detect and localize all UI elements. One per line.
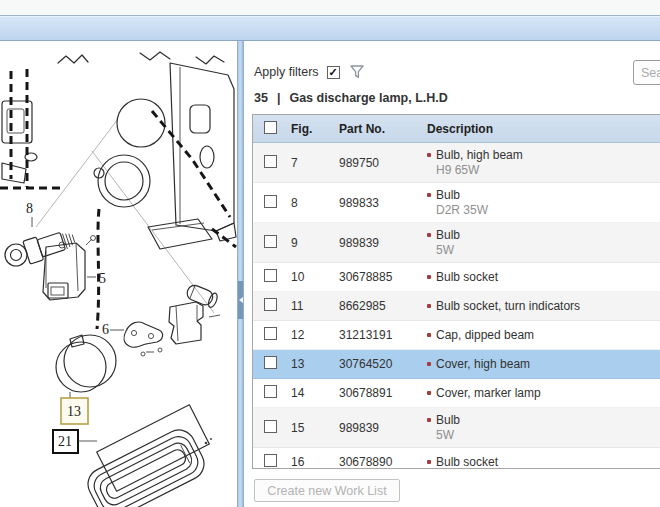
table-row[interactable]: 11 8662985 Bulb socket, turn indicators [253,292,660,321]
row-checkbox[interactable] [264,454,277,467]
fig-cell: 16 [291,455,339,469]
row-checkbox[interactable] [264,155,277,168]
header-description: Description [427,122,660,136]
bracket-6 [124,322,163,356]
part-desc: Cap, dipped beam [436,328,534,342]
row-checkbox[interactable] [264,298,277,311]
part-desc: Cover, marker lamp [436,386,541,400]
panel-splitter[interactable] [237,41,244,507]
red-bullet-icon [427,275,431,279]
red-bullet-icon [427,460,431,464]
table-row[interactable]: 16 30678890 Bulb socket [253,448,660,469]
part-desc: Bulb [436,413,460,427]
row-checkbox[interactable] [264,327,277,340]
red-bullet-icon [427,362,431,366]
table-row[interactable]: 13 30764520 Cover, high beam [253,350,660,379]
parts-table-header: Fig. Part No. Description [253,115,660,143]
film-21-tray [83,425,210,507]
bulb-8-cap [5,244,27,266]
diagram-dot [210,438,212,440]
part-no-cell: 31213191 [339,328,427,342]
apply-filters-checkbox[interactable] [327,66,340,79]
fig-cell: 12 [291,328,339,342]
housing-edge [196,56,224,64]
part-no-cell: 30678885 [339,270,427,284]
callout-5[interactable]: 5 [99,271,106,286]
red-bullet-icon [427,333,431,337]
table-row[interactable]: 14 30678891 Cover, marker lamp [253,379,660,408]
housing-edge [58,55,88,63]
callout-21[interactable]: 21 [58,434,72,449]
part-desc: Bulb, high beam [436,148,523,162]
red-bullet-icon [427,418,431,422]
part-desc: Bulb socket [436,270,498,284]
part-spec: D2R 35W [436,204,660,217]
description-cell: Bulb socket, turn indicators [427,299,660,313]
part-spec: 5W [436,244,660,257]
exploded-parts-diagram: 8 [0,41,237,507]
filter-funnel-icon[interactable] [349,64,365,80]
table-row[interactable]: 8 989833 Bulb D2R 35W [253,183,660,223]
housing-left-tab [2,163,26,183]
part-no-cell: 30678891 [339,386,427,400]
leader-line [36,119,118,227]
row-checkbox[interactable] [264,356,277,369]
callout-6[interactable]: 6 [102,322,109,337]
filters-row: Apply filters [254,61,660,83]
table-row[interactable]: 12 31213191 Cap, dipped beam [253,321,660,350]
red-bullet-icon [427,233,431,237]
description-cell: Bulb 5W [427,413,660,442]
section-number: 35 [254,91,268,105]
part-spec: H9 65W [436,164,660,177]
parts-table-body: 7 989750 Bulb, high beam H9 65W 8 989833… [253,143,660,469]
bracket-hole [200,146,214,168]
callout-8[interactable]: 8 [26,201,33,216]
fig-cell: 14 [291,386,339,400]
description-cell: Bulb 5W [427,228,660,257]
row-checkbox[interactable] [264,420,277,433]
housing-foot-line [152,223,204,230]
red-bullet-icon [427,304,431,308]
splitter-collapse-handle[interactable] [238,281,243,319]
leader-line [92,151,214,313]
diagram-panel: 8 [0,41,237,507]
part-spec: 5W [436,429,660,442]
red-bullet-icon [427,153,431,157]
header-bar [0,15,660,41]
part-no-cell: 989839 [339,236,427,250]
row-checkbox[interactable] [264,385,277,398]
housing-bore [117,99,165,147]
table-row[interactable]: 7 989750 Bulb, high beam H9 65W [253,143,660,183]
housing-edge [140,52,170,60]
row-checkbox[interactable] [264,235,277,248]
part-desc: Cover, high beam [436,357,530,371]
header-part-no: Part No. [339,122,427,136]
description-cell: Bulb D2R 35W [427,188,660,217]
description-cell: Cover, marker lamp [427,386,660,400]
table-row[interactable]: 10 30678885 Bulb socket [253,263,660,292]
part-no-cell: 30678890 [339,455,427,469]
fig-cell: 11 [291,299,339,313]
callout-13[interactable]: 13 [67,404,81,419]
search-button[interactable]: Search [633,60,660,85]
header-fig: Fig. [291,122,339,136]
row-checkbox[interactable] [264,269,277,282]
part-no-cell: 989839 [339,421,427,435]
description-cell: Bulb socket [427,270,660,284]
red-bullet-icon [427,193,431,197]
table-row[interactable]: 15 989839 Bulb 5W [253,408,660,448]
create-worklist-button[interactable]: Create new Work List [254,479,400,502]
dashed-cut-line [152,111,230,217]
fig-cell: 8 [291,196,339,210]
part-desc: Bulb [436,228,460,242]
diagram-dot [205,442,208,445]
fig-cell: 7 [291,156,339,170]
select-all-checkbox[interactable] [264,121,277,134]
table-row[interactable]: 9 989839 Bulb 5W [253,223,660,263]
description-cell: Bulb, high beam H9 65W [427,148,660,177]
parts-panel: Apply filters Search 35 | Gas discharge … [244,41,660,507]
fig-cell: 15 [291,421,339,435]
part-no-cell: 989833 [339,196,427,210]
section-title: Gas discharge lamp, L.H.D [289,91,447,105]
row-checkbox[interactable] [264,195,277,208]
